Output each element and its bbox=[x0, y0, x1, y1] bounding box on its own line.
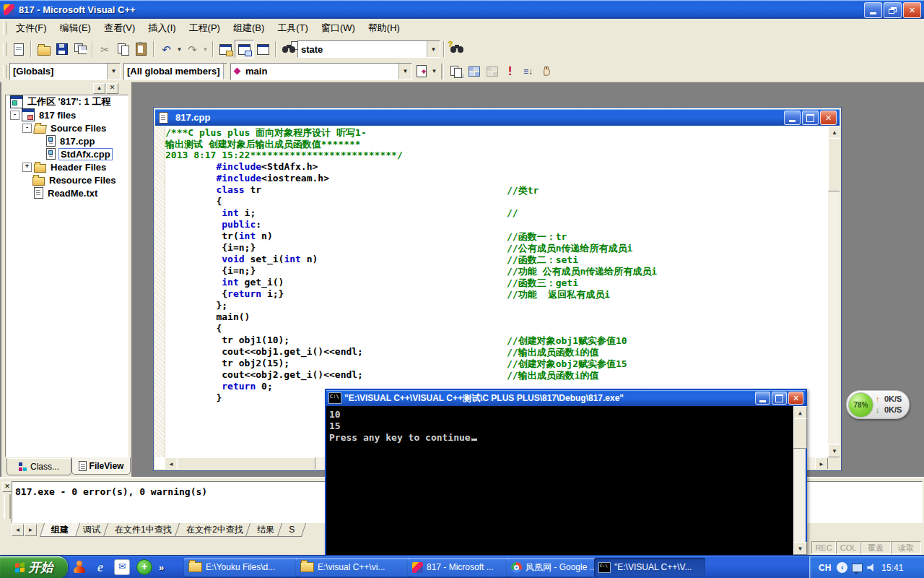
download-tool-icon[interactable]: + bbox=[136, 559, 152, 575]
find-in-files-button[interactable] bbox=[279, 40, 297, 58]
console-maximize-button[interactable] bbox=[772, 392, 787, 405]
editor-minimize-button[interactable] bbox=[784, 111, 801, 125]
editor-titlebar[interactable]: 817.cpp ✕ bbox=[155, 109, 840, 126]
tabs-scroll-right-button[interactable]: ► bbox=[25, 524, 37, 536]
tree-item-source-files[interactable]: -Source Files bbox=[6, 121, 128, 134]
copy-button[interactable] bbox=[114, 40, 132, 58]
menu-item-6[interactable]: 工具(T) bbox=[271, 19, 315, 38]
console-minimize-button[interactable] bbox=[755, 392, 770, 405]
members-combo[interactable]: [All global members] ▼ bbox=[123, 63, 227, 80]
workspace-pane-button[interactable] bbox=[217, 40, 235, 58]
menu-item-1[interactable]: 编辑(E) bbox=[53, 19, 97, 38]
start-button[interactable]: 开始 bbox=[0, 556, 68, 578]
tree-item-817-cpp[interactable]: 817.cpp bbox=[6, 134, 128, 147]
scroll-right-button[interactable]: ► bbox=[815, 457, 828, 469]
memory-percent-badge[interactable]: 78% bbox=[848, 392, 873, 418]
globals-combo[interactable]: [Globals] ▼ bbox=[9, 63, 121, 80]
minimize-button[interactable] bbox=[864, 2, 882, 18]
undo-dropdown[interactable]: ▼ bbox=[175, 46, 183, 53]
tree-item-stdafx-cpp[interactable]: StdAfx.cpp bbox=[6, 147, 128, 160]
tree-item-resource-files[interactable]: Resource Files bbox=[6, 173, 128, 186]
wizard-actions-button[interactable]: ✦ bbox=[412, 63, 430, 80]
editor-maximize-button[interactable] bbox=[802, 111, 819, 125]
menu-item-7[interactable]: 窗口(W) bbox=[315, 19, 362, 38]
console-close-button[interactable]: ✕ bbox=[788, 392, 803, 405]
volume-tray-icon[interactable] bbox=[867, 564, 876, 572]
messenger-icon[interactable] bbox=[72, 560, 87, 574]
wizard-actions-dropdown[interactable]: ▼ bbox=[430, 68, 438, 74]
console-output[interactable]: 1015Press any key to continue ▲ ▼ bbox=[326, 406, 806, 555]
breakpoint-hand-button[interactable] bbox=[537, 63, 555, 80]
redo-button[interactable]: ↷ bbox=[183, 40, 201, 58]
tab-fileview[interactable]: FileView bbox=[71, 457, 131, 475]
redo-dropdown[interactable]: ▼ bbox=[201, 46, 209, 53]
vscroll-thumb[interactable] bbox=[828, 138, 840, 191]
taskbar-button-3[interactable]: 凤凰网 - Google ... bbox=[507, 558, 599, 577]
menu-item-8[interactable]: 帮助(H) bbox=[362, 19, 406, 38]
search-help-button[interactable]: ? bbox=[448, 40, 466, 58]
console-scroll-thumb[interactable] bbox=[793, 418, 807, 449]
open-file-button[interactable] bbox=[35, 40, 53, 58]
symbol-combo-dropdown[interactable]: ▼ bbox=[398, 64, 411, 79]
save-all-button[interactable] bbox=[71, 40, 89, 58]
symbol-combo[interactable]: main ▼ bbox=[230, 63, 412, 80]
globals-combo-dropdown[interactable]: ▼ bbox=[107, 64, 120, 79]
console-scroll-down-button[interactable]: ▼ bbox=[793, 542, 807, 555]
selection-margin[interactable] bbox=[155, 126, 165, 457]
close-button[interactable]: ✕ bbox=[903, 2, 921, 18]
members-combo-dropdown[interactable]: ▼ bbox=[223, 64, 227, 79]
console-scrollbar[interactable]: ▲ ▼ bbox=[793, 406, 806, 555]
output-pane-button[interactable] bbox=[235, 40, 254, 59]
window-list-button[interactable] bbox=[254, 40, 272, 58]
stop-build-button[interactable] bbox=[483, 63, 501, 80]
taskbar-button-4[interactable]: "E:\VISUAL C++\V... bbox=[594, 558, 705, 577]
build-button[interactable] bbox=[465, 63, 483, 80]
taskbar-button-1[interactable]: E:\visual C++\vi... bbox=[296, 558, 413, 577]
tree-expander[interactable]: + bbox=[22, 163, 32, 172]
hscroll-thumb[interactable] bbox=[177, 457, 315, 469]
wizardbar-grip[interactable] bbox=[3, 65, 6, 78]
scroll-down-button[interactable]: ▼ bbox=[828, 444, 840, 457]
restore-button[interactable] bbox=[884, 2, 902, 18]
menu-item-0[interactable]: 文件(F) bbox=[9, 19, 53, 38]
tree-item-817-files[interactable]: -817 files bbox=[6, 108, 128, 121]
build-order-button[interactable]: ≡↓ bbox=[519, 63, 537, 80]
editor-vertical-scrollbar[interactable]: ▲ ▼ bbox=[828, 126, 840, 457]
compile-button[interactable]: ↓ bbox=[447, 63, 465, 80]
tree-expander[interactable]: - bbox=[10, 111, 19, 120]
language-indicator[interactable]: CH bbox=[819, 563, 831, 573]
clock[interactable]: 15:41 bbox=[881, 563, 903, 573]
panel-close-button[interactable]: ✕ bbox=[106, 83, 118, 94]
execute-program-button[interactable]: ! bbox=[501, 63, 519, 80]
internet-explorer-icon[interactable]: e bbox=[93, 560, 108, 574]
tabs-scroll-left-button[interactable]: ◄ bbox=[12, 524, 24, 536]
editor-close-button[interactable]: ✕ bbox=[820, 111, 837, 125]
taskbar-button-2[interactable]: 817 - Microsoft ... bbox=[408, 558, 512, 577]
quick-launch-overflow-chevron[interactable]: » bbox=[159, 562, 164, 573]
save-button[interactable] bbox=[53, 40, 71, 58]
find-combo-dropdown[interactable]: ▼ bbox=[427, 41, 440, 57]
net-speed-widget[interactable]: 78% ↑ 0K/S ↓ 0K/S bbox=[846, 390, 910, 419]
menu-item-2[interactable]: 查看(V) bbox=[97, 19, 141, 38]
menu-item-4[interactable]: 工程(P) bbox=[183, 19, 227, 38]
tab-classview[interactable]: Class... bbox=[6, 458, 71, 475]
tree-expander[interactable]: - bbox=[22, 124, 32, 133]
tree-item-readme-txt[interactable]: ReadMe.txt bbox=[6, 186, 128, 199]
taskbar-button-0[interactable]: E:\Youku Files\d... bbox=[184, 558, 301, 577]
tree-item--817-1-[interactable]: 工作区 '817': 1 工程 bbox=[6, 95, 128, 108]
output-grip[interactable] bbox=[4, 494, 11, 519]
new-file-button[interactable] bbox=[9, 40, 27, 58]
output-tab-0[interactable]: 组建 bbox=[40, 523, 80, 537]
console-titlebar[interactable]: "E:\VISUAL C++\VISUAL C++测试\C PLUS PLUS\… bbox=[326, 390, 806, 406]
cut-button[interactable]: ✂ bbox=[96, 40, 114, 58]
undo-button[interactable]: ↶ bbox=[157, 40, 175, 58]
toolbar-grip[interactable] bbox=[3, 43, 6, 56]
menu-item-3[interactable]: 插入(I) bbox=[141, 19, 182, 38]
paste-button[interactable] bbox=[132, 40, 150, 58]
output-close-button[interactable]: ✕ bbox=[2, 482, 12, 492]
mail-icon[interactable]: ✉ bbox=[114, 559, 130, 575]
output-tab-5[interactable]: S bbox=[277, 523, 306, 537]
menu-item-5[interactable]: 组建(B) bbox=[227, 19, 271, 38]
tray-collapse-chevron[interactable]: ‹ bbox=[837, 562, 847, 573]
output-tab-3[interactable]: 在文件2中查找 bbox=[175, 523, 255, 537]
